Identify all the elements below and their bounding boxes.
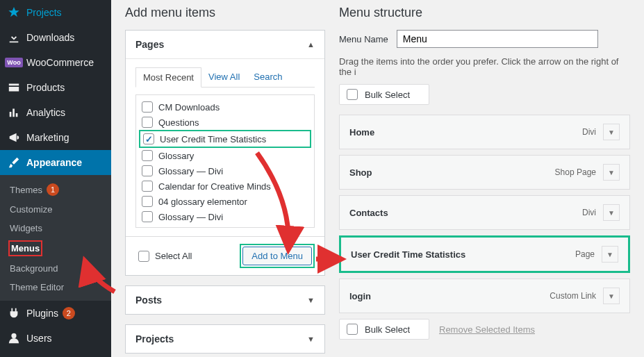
menu-item[interactable]: ShopShop Page▼ xyxy=(339,155,630,190)
appearance-submenu: Themes1CustomizeWidgetsMenusBackgroundTh… xyxy=(0,175,111,301)
page-label: CM Downloads xyxy=(158,102,220,113)
submenu-item-menus[interactable]: Menus xyxy=(0,238,111,259)
page-item[interactable]: Glossary xyxy=(139,148,311,163)
page-checkbox[interactable] xyxy=(142,117,153,128)
download-icon xyxy=(7,31,21,44)
page-label: User Credit Time Statistics xyxy=(160,134,266,144)
chevron-down-icon[interactable]: ▼ xyxy=(603,288,620,304)
chevron-down-icon[interactable]: ▼ xyxy=(602,246,618,263)
menu-name-row: Menu Name xyxy=(339,30,630,48)
sidebar-item-analytics[interactable]: Analytics xyxy=(0,100,111,125)
add-menu-items-column: Add menu items Pages ▲ Most RecentView A… xyxy=(125,0,325,357)
brush-icon xyxy=(7,156,21,169)
menu-item-meta: Divi▼ xyxy=(582,204,620,221)
posts-panel-header[interactable]: Posts▼ xyxy=(126,286,324,314)
tab-search[interactable]: Search xyxy=(247,67,289,87)
sidebar-item-label: Appearance xyxy=(26,157,82,168)
select-all-row[interactable]: Select All xyxy=(135,249,195,264)
menu-item-meta: Custom Link▼ xyxy=(550,288,620,304)
chevron-down-icon[interactable]: ▼ xyxy=(603,204,620,221)
badge: 1 xyxy=(47,183,59,196)
admin-sidebar: ProjectsDownloadsWooWooCommerceProductsA… xyxy=(0,0,111,357)
page-item[interactable]: CM Downloads xyxy=(139,99,311,115)
page-item[interactable]: Glossary — Divi xyxy=(139,209,311,224)
menu-item[interactable]: ContactsDivi▼ xyxy=(339,195,630,230)
expand-icon: ▼ xyxy=(307,335,315,343)
page-checkbox[interactable] xyxy=(142,101,153,113)
menu-structure-heading: Menu structure xyxy=(339,6,630,20)
pages-list[interactable]: CM DownloadsQuestionsUser Credit Time St… xyxy=(135,94,315,228)
add-to-menu-button[interactable]: Add to Menu xyxy=(242,247,312,265)
sidebar-item-plugins[interactable]: Plugins2 xyxy=(0,301,111,326)
menu-items-list: HomeDivi▼ShopShop Page▼ContactsDivi▼User… xyxy=(339,115,630,313)
page-item[interactable]: User Credit Time Statistics xyxy=(139,130,311,148)
projects-panel-header[interactable]: Projects▼ xyxy=(126,325,324,353)
submenu-item-themes[interactable]: Themes1 xyxy=(0,179,111,200)
menu-item-title: Shop xyxy=(349,167,372,178)
submenu-item-background[interactable]: Background xyxy=(0,259,111,278)
page-label: Glossary xyxy=(158,151,194,161)
sidebar-item-projects[interactable]: Projects xyxy=(0,0,111,25)
page-label: Questions xyxy=(158,117,199,128)
submenu-item-widgets[interactable]: Widgets xyxy=(0,219,111,238)
drag-hint: Drag the items into the order you prefer… xyxy=(339,56,630,77)
tab-most-recent[interactable]: Most Recent xyxy=(135,67,201,88)
select-all-checkbox[interactable] xyxy=(138,251,149,262)
menu-item[interactable]: loginCustom Link▼ xyxy=(339,279,630,313)
menus-highlight-box: Menus xyxy=(8,240,42,256)
menu-item[interactable]: HomeDivi▼ xyxy=(339,115,630,149)
page-checkbox[interactable] xyxy=(142,181,153,192)
submenu-item-theme-editor[interactable]: Theme Editor xyxy=(0,278,111,297)
bulk-select-checkbox-top[interactable] xyxy=(347,89,358,100)
remove-selected-link[interactable]: Remove Selected Items xyxy=(439,324,535,335)
menu-name-label: Menu Name xyxy=(339,34,388,44)
chevron-down-icon[interactable]: ▼ xyxy=(603,164,620,181)
sidebar-item-appearance[interactable]: Appearance xyxy=(0,150,111,175)
page-label: 04 glossary elementor xyxy=(158,197,247,207)
panel-title: Projects xyxy=(135,333,174,344)
sidebar-item-users[interactable]: Users xyxy=(0,326,111,351)
bulk-select-top[interactable]: Bulk Select xyxy=(339,84,429,105)
sidebar-item-marketing[interactable]: Marketing xyxy=(0,125,111,150)
bulk-select-bottom[interactable]: Bulk Select xyxy=(339,319,429,340)
bulk-select-checkbox-bottom[interactable] xyxy=(347,324,358,335)
pages-panel-title: Pages xyxy=(135,39,164,50)
page-checkbox[interactable] xyxy=(142,165,153,176)
page-item[interactable]: 04 glossary elementor xyxy=(139,194,311,209)
menu-item-title: Home xyxy=(349,127,374,138)
page-item[interactable]: Glossary — Divi xyxy=(139,163,311,178)
pages-panel-footer: Select All Add to Menu xyxy=(126,236,324,275)
sidebar-item-products[interactable]: Products xyxy=(0,75,111,100)
marketing-icon xyxy=(7,131,21,144)
menu-item-meta: Divi▼ xyxy=(582,124,620,140)
add-to-menu-highlight: Add to Menu xyxy=(240,244,315,268)
pages-panel-body: Most RecentView AllSearch CM DownloadsQu… xyxy=(126,59,324,236)
sidebar-item-woocommerce[interactable]: WooWooCommerce xyxy=(0,50,111,75)
submenu-item-customize[interactable]: Customize xyxy=(0,200,111,219)
page-item[interactable]: Calendar for Creative Minds xyxy=(139,178,311,194)
sidebar-item-label: Plugins xyxy=(26,308,58,319)
page-checkbox[interactable] xyxy=(142,196,153,207)
sidebar-item-label: Downloads xyxy=(26,32,74,43)
page-checkbox[interactable] xyxy=(142,150,153,161)
main-content: Add menu items Pages ▲ Most RecentView A… xyxy=(111,0,644,357)
tab-view-all[interactable]: View All xyxy=(201,67,247,87)
sidebar-item-downloads[interactable]: Downloads xyxy=(0,25,111,50)
menu-item-type: Divi xyxy=(582,208,596,217)
menu-item-title: login xyxy=(349,291,371,301)
bulk-select-label-bottom: Bulk Select xyxy=(365,324,410,335)
page-item[interactable]: Questions xyxy=(139,115,311,130)
chevron-down-icon[interactable]: ▼ xyxy=(603,124,620,140)
pages-panel-header[interactable]: Pages ▲ xyxy=(126,31,324,59)
bulk-select-label-top: Bulk Select xyxy=(365,90,410,100)
page-checkbox[interactable] xyxy=(143,133,154,144)
badge: 2 xyxy=(63,307,75,319)
menu-item-type: Page xyxy=(575,249,595,259)
sidebar-item-label: Users xyxy=(26,333,52,344)
sidebar-list: ProjectsDownloadsWooWooCommerceProductsA… xyxy=(0,0,111,351)
page-checkbox[interactable] xyxy=(142,211,153,222)
menu-item[interactable]: User Credit Time StatisticsPage▼ xyxy=(339,235,630,273)
menu-item-title: Contacts xyxy=(349,208,388,218)
menu-name-input[interactable] xyxy=(397,30,598,48)
submenu-label: Background xyxy=(10,263,58,274)
